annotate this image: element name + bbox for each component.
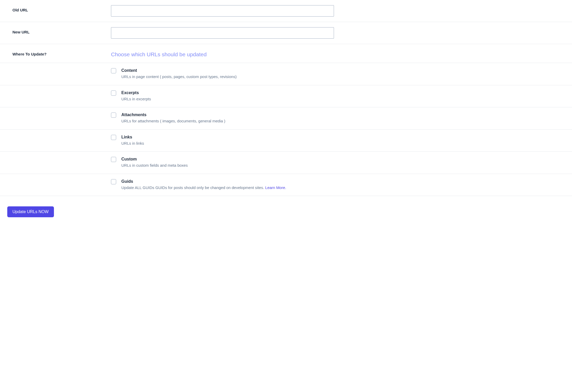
option-desc-attachments: URLs for attachments ( images, documents… — [121, 118, 572, 124]
option-row-custom: CustomURLs in custom fields and meta box… — [0, 152, 572, 174]
where-to-update-row: Where To Update? Choose which URLs shoul… — [0, 44, 572, 63]
option-title-links: Links — [121, 135, 572, 139]
option-text-attachments: AttachmentsURLs for attachments ( images… — [121, 113, 572, 124]
option-desc-text-links: URLs in links — [121, 141, 144, 145]
option-desc-content: URLs in page content ( posts, pages, cus… — [121, 74, 572, 80]
options-container: ContentURLs in page content ( posts, pag… — [0, 63, 572, 196]
option-desc-text-attachments: URLs for attachments ( images, documents… — [121, 119, 225, 123]
new-url-label: New URL — [12, 30, 30, 34]
new-url-input[interactable] — [111, 27, 334, 39]
where-section-heading: Choose which URLs should be updated — [111, 49, 562, 58]
option-desc-guids: Update ALL GUIDs GUIDs for posts should … — [121, 185, 572, 191]
new-url-label-col: New URL — [12, 27, 111, 34]
option-text-content: ContentURLs in page content ( posts, pag… — [121, 68, 572, 80]
option-desc-excerpts: URLs in excerpts — [121, 96, 572, 102]
option-title-attachments: Attachments — [121, 113, 572, 117]
option-title-excerpts: Excerpts — [121, 90, 572, 95]
checkbox-custom[interactable] — [111, 157, 116, 162]
where-to-update-label: Where To Update? — [12, 52, 46, 56]
option-row-excerpts: ExcerptsURLs in excerpts — [0, 85, 572, 108]
option-desc-text-guids: Update ALL GUIDs GUIDs for posts should … — [121, 185, 265, 190]
submit-row: Update URLs NOW — [0, 196, 572, 228]
where-heading-col: Choose which URLs should be updated — [111, 49, 572, 58]
old-url-input[interactable] — [111, 5, 334, 17]
option-text-links: LinksURLs in links — [121, 135, 572, 146]
checkbox-wrap-custom — [111, 157, 121, 163]
option-row-links: LinksURLs in links — [0, 130, 572, 152]
option-desc-custom: URLs in custom fields and meta boxes — [121, 163, 572, 169]
checkbox-wrap-attachments — [111, 113, 121, 118]
old-url-input-col — [111, 5, 572, 17]
checkbox-wrap-guids — [111, 179, 121, 185]
checkbox-wrap-links — [111, 135, 121, 141]
checkbox-guids[interactable] — [111, 179, 116, 184]
checkbox-excerpts[interactable] — [111, 90, 116, 96]
option-desc-text-content: URLs in page content ( posts, pages, cus… — [121, 74, 236, 79]
checkbox-content[interactable] — [111, 68, 116, 73]
form-container: Old URL New URL Where To Update? Choose … — [0, 0, 572, 228]
learn-more-link[interactable]: Learn More. — [265, 185, 286, 190]
option-desc-text-excerpts: URLs in excerpts — [121, 97, 151, 101]
old-url-label-col: Old URL — [12, 5, 111, 12]
option-title-guids: Guids — [121, 179, 572, 184]
checkbox-links[interactable] — [111, 135, 116, 140]
option-desc-links: URLs in links — [121, 141, 572, 146]
option-text-custom: CustomURLs in custom fields and meta box… — [121, 157, 572, 169]
option-title-content: Content — [121, 68, 572, 73]
old-url-label: Old URL — [12, 8, 28, 12]
option-row-attachments: AttachmentsURLs for attachments ( images… — [0, 107, 572, 130]
update-urls-button[interactable]: Update URLs NOW — [7, 206, 54, 217]
option-text-excerpts: ExcerptsURLs in excerpts — [121, 90, 572, 102]
option-text-guids: GuidsUpdate ALL GUIDs GUIDs for posts sh… — [121, 179, 572, 191]
checkbox-attachments[interactable] — [111, 113, 116, 118]
new-url-input-col — [111, 27, 572, 39]
checkbox-wrap-content — [111, 68, 121, 74]
checkbox-wrap-excerpts — [111, 90, 121, 96]
option-title-custom: Custom — [121, 157, 572, 162]
option-desc-text-custom: URLs in custom fields and meta boxes — [121, 163, 188, 167]
new-url-row: New URL — [0, 22, 572, 44]
option-row-guids: GuidsUpdate ALL GUIDs GUIDs for posts sh… — [0, 174, 572, 196]
old-url-row: Old URL — [0, 0, 572, 22]
where-label-col: Where To Update? — [12, 49, 111, 56]
option-row-content: ContentURLs in page content ( posts, pag… — [0, 63, 572, 85]
